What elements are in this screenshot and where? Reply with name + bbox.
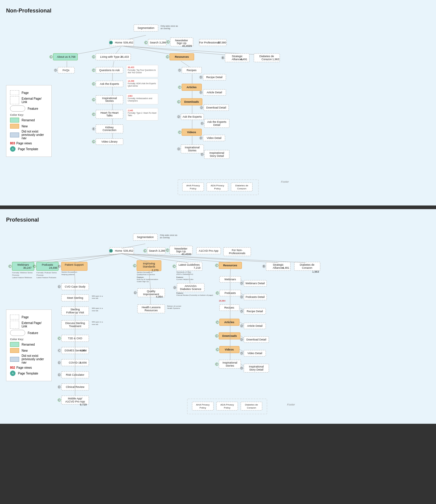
pro-improving-node: Improving Standards 2,270 C bbox=[133, 261, 161, 272]
svg-text:D: D bbox=[134, 291, 137, 294]
svg-text:26,964: 26,964 bbox=[219, 300, 226, 302]
svg-text:C: C bbox=[145, 41, 147, 44]
svg-text:FAQs: FAQs bbox=[63, 69, 70, 72]
legend-page-label: Page bbox=[22, 91, 29, 95]
svg-text:Footer: Footer bbox=[287, 403, 295, 406]
svg-text:4,954: 4,954 bbox=[80, 349, 87, 352]
askexperts-sub-node: Ask the Experts C bbox=[92, 81, 123, 87]
legend-template-label: Page Template bbox=[18, 147, 38, 151]
svg-text:Inspirational: Inspirational bbox=[185, 146, 200, 149]
svg-text:Quality: Quality bbox=[147, 290, 156, 293]
svg-text:4,954: 4,954 bbox=[156, 295, 163, 298]
segmentation-note: Only asks once as bbox=[161, 25, 178, 27]
svg-text:an overlay: an overlay bbox=[160, 236, 170, 239]
svg-text:Bottom of current: Bottom of current bbox=[167, 305, 181, 307]
svg-text:(ADA's DiabetesPro): (ADA's DiabetesPro) bbox=[176, 273, 193, 275]
pro-podcasts-toplevel-node: Podcasts 24,696 C bbox=[33, 262, 58, 271]
svg-text:Articles: Articles bbox=[224, 321, 234, 324]
downloads-node: Downloads C bbox=[177, 98, 202, 105]
legend-pageviews-label: Page views bbox=[16, 142, 32, 145]
pro-fornonpro-node: For Non- Professionals bbox=[223, 247, 251, 256]
legend-pro-feature-label: Feature bbox=[28, 331, 38, 335]
svg-text:40,4599: 40,4599 bbox=[182, 44, 192, 47]
legend-count-icon: 803 bbox=[10, 142, 15, 145]
svg-text:Section focused on:: Section focused on: bbox=[61, 271, 78, 273]
search-node: Search 3,286 C bbox=[144, 39, 166, 46]
svg-text:Resources: Resources bbox=[175, 55, 189, 58]
svg-text:C: C bbox=[33, 265, 36, 268]
svg-text:Downloads: Downloads bbox=[184, 100, 199, 103]
svg-text:Diabetes de: Diabetes de bbox=[235, 184, 248, 187]
svg-text:C: C bbox=[58, 337, 61, 340]
svg-text:1,656: 1,656 bbox=[80, 361, 87, 364]
svg-text:Feature:: Feature: bbox=[176, 276, 184, 278]
svg-text:C: C bbox=[167, 249, 169, 252]
svg-text:Stories: Stories bbox=[188, 149, 197, 152]
svg-text:7,219: 7,219 bbox=[194, 266, 201, 269]
svg-text:Will open in a: Will open in a bbox=[92, 295, 103, 297]
svg-text:Will open in a: Will open in a bbox=[92, 321, 103, 323]
svg-text:Articles: Articles bbox=[186, 86, 196, 89]
pro-guidelines-node: Latest Guidelines 7,219 C bbox=[173, 262, 202, 271]
svg-text:Patient Support: Patient Support bbox=[65, 263, 84, 266]
svg-text:D: D bbox=[241, 324, 243, 327]
svg-text:C: C bbox=[58, 399, 61, 402]
pro-clinical-node: Clinical Review D bbox=[58, 384, 89, 390]
svg-text:Ask the Experts: Ask the Experts bbox=[100, 82, 119, 85]
svg-text:Video Library: Video Library bbox=[102, 140, 118, 143]
articles-node: Articles C bbox=[178, 84, 202, 91]
svg-text:D: D bbox=[179, 69, 181, 72]
svg-text:C: C bbox=[216, 334, 218, 337]
nonpro-diagram: Footer Segmentation Only asks once as an… bbox=[6, 20, 426, 199]
svg-text:Policy: Policy bbox=[199, 406, 206, 409]
svg-text:C: C bbox=[179, 131, 181, 134]
svg-text:C: C bbox=[144, 249, 146, 252]
svg-text:Mobile App/: Mobile App/ bbox=[68, 397, 82, 400]
svg-line-5 bbox=[122, 46, 277, 56]
svg-text:Helping patients: Helping patients bbox=[61, 274, 74, 275]
svg-text:24,696: 24,696 bbox=[49, 266, 57, 269]
svg-text:Roll-Out & Implementation: Roll-Out & Implementation bbox=[137, 278, 158, 280]
svg-text:D: D bbox=[178, 115, 180, 118]
svg-text:Ask the Experts: Ask the Experts bbox=[207, 120, 227, 123]
pro-recipes-node: Recipes bbox=[220, 305, 239, 311]
inspirational-sub-node: Inspirational Stories C bbox=[92, 95, 123, 104]
svg-text:D: D bbox=[241, 352, 243, 355]
pro-quality-node: Quality Improvement 4,954 D bbox=[134, 288, 165, 298]
svg-text:Q&A Series: Q&A Series bbox=[128, 85, 138, 87]
segmentation-note2: an overlay bbox=[161, 27, 171, 30]
svg-text:Will open in a: Will open in a bbox=[92, 307, 103, 309]
svg-text:Clinical Review (Currently on : Clinical Review (Currently on bottom of … bbox=[176, 294, 213, 296]
svg-text:A1CVD Pro App: A1CVD Pro App bbox=[65, 400, 85, 403]
svg-text:For Professionals: For Professionals bbox=[199, 41, 221, 44]
legend-pro-new-label: New bbox=[22, 349, 28, 352]
svg-text:Webinars: Webinars bbox=[17, 263, 29, 266]
svg-text:Resources: Resources bbox=[223, 264, 237, 267]
svg-text:Standards of Care: Standards of Care bbox=[176, 271, 191, 273]
svg-text:About us: About us bbox=[57, 55, 68, 58]
svg-line-413 bbox=[241, 364, 244, 366]
svg-text:3,286: 3,286 bbox=[158, 249, 165, 252]
svg-text:14,296: 14,296 bbox=[128, 80, 134, 82]
svg-text:D: D bbox=[178, 147, 180, 150]
svg-text:Stories: Stories bbox=[226, 364, 234, 367]
svg-text:Quality/How to service: Quality/How to service bbox=[137, 274, 155, 275]
pro-segmentation-node: Segmentation bbox=[133, 234, 157, 240]
svg-text:C: C bbox=[216, 264, 218, 267]
svg-text:C: C bbox=[93, 113, 95, 116]
svg-text:E: E bbox=[93, 127, 95, 130]
svg-text:Corazon: Corazon bbox=[302, 266, 312, 269]
svg-text:Current Helpful Links: Current Helpful Links bbox=[176, 278, 193, 280]
svg-text:Inspirational: Inspirational bbox=[209, 151, 224, 154]
svg-text:D: D bbox=[58, 361, 61, 364]
svg-text:1,963: 1,963 bbox=[312, 270, 319, 273]
svg-text:Webinars Detail: Webinars Detail bbox=[245, 282, 265, 285]
svg-text:Article Detail: Article Detail bbox=[207, 91, 222, 94]
svg-text:Feature:: Feature: bbox=[137, 276, 144, 278]
strategic-node: Strategic Alliances 4,491 B bbox=[221, 54, 249, 62]
svg-text:C: C bbox=[216, 348, 219, 351]
videos-node: Videos C bbox=[178, 129, 202, 136]
nonpro-section: Non-Professional Page External Page/ Lin… bbox=[0, 0, 436, 205]
legend-feature-label: Feature bbox=[28, 107, 38, 110]
svg-text:D: D bbox=[241, 282, 243, 285]
